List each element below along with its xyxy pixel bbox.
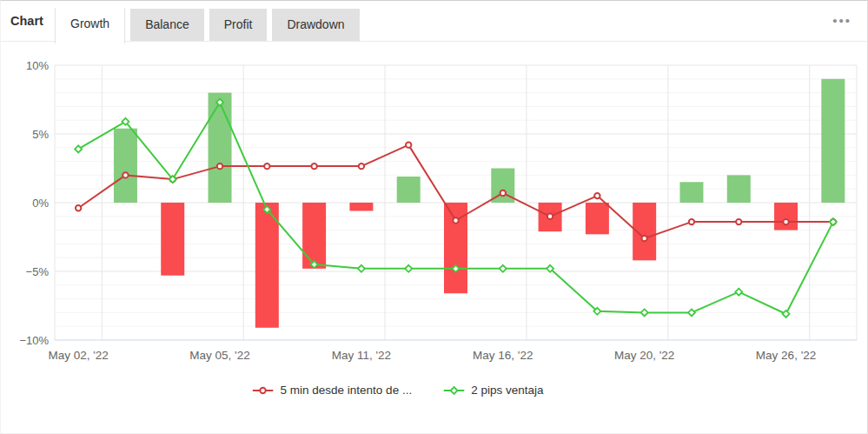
circle-marker — [500, 190, 506, 196]
bar — [821, 79, 845, 203]
y-tick-label: 0% — [32, 197, 49, 210]
circle-marker — [594, 193, 600, 198]
bar — [774, 203, 798, 230]
growth-chart: 10%5%0%−5%−10%May 02, '22May 05, '22May … — [1, 41, 868, 434]
bar — [209, 93, 232, 203]
tab-profit[interactable]: Profit — [209, 9, 268, 41]
tab-balance[interactable]: Balance — [130, 9, 204, 41]
y-axis-labels: 10%5%0%−5%−10% — [19, 59, 49, 347]
legend-item-red-line[interactable]: 5 min desde intento de ... — [253, 384, 413, 397]
circle-marker — [406, 142, 411, 147]
bar — [161, 203, 184, 276]
chart-legend: 5 min desde intento de ...2 pips ventaja — [253, 384, 544, 397]
bar — [255, 203, 279, 328]
bar — [302, 203, 326, 269]
chart-canvas: 10%5%0%−5%−10%May 02, '22May 05, '22May … — [1, 41, 868, 380]
bar — [727, 175, 751, 203]
legend-marker-circle-icon — [253, 386, 274, 395]
circle-marker — [264, 164, 269, 169]
section-label-chart: Chart — [10, 14, 43, 28]
x-tick-label: May 02, '22 — [48, 349, 108, 362]
circle-marker — [783, 219, 788, 224]
circle-marker — [311, 164, 316, 169]
bar — [397, 177, 421, 203]
diamond-marker — [783, 310, 790, 317]
diamond-marker — [641, 309, 648, 316]
circle-marker — [453, 217, 458, 223]
circle-marker — [736, 219, 741, 224]
legend-item-green-line[interactable]: 2 pips ventaja — [443, 384, 543, 397]
circle-marker — [217, 164, 222, 169]
circle-marker — [547, 214, 553, 219]
diamond-marker — [75, 145, 82, 152]
x-tick-label: May 26, '22 — [756, 349, 816, 362]
legend-label: 2 pips ventaja — [471, 384, 543, 397]
circle-marker — [689, 219, 694, 224]
circle-marker — [359, 164, 364, 169]
bar — [349, 203, 373, 210]
legend-label: 5 min desde intento de ... — [281, 384, 413, 397]
bar — [586, 203, 609, 234]
x-tick-label: May 20, '22 — [614, 349, 674, 362]
x-tick-label: May 11, '22 — [332, 349, 391, 362]
tab-drawdown[interactable]: Drawdown — [272, 9, 359, 41]
diamond-marker — [688, 309, 695, 316]
x-tick-label: May 16, '22 — [473, 349, 533, 362]
tab-growth[interactable]: Growth — [55, 8, 125, 43]
y-tick-label: 5% — [32, 128, 49, 141]
chart-tabbar: Chart GrowthBalanceProfitDrawdown ••• — [1, 1, 867, 42]
signal-chart-widget: Chart GrowthBalanceProfitDrawdown ••• 10… — [0, 0, 868, 434]
circle-marker — [76, 205, 81, 210]
y-tick-label: −5% — [26, 265, 50, 278]
bar-series — [114, 79, 845, 328]
chart-tabs: GrowthBalanceProfitDrawdown — [55, 1, 365, 43]
bar — [114, 129, 137, 203]
x-axis-labels: May 02, '22May 05, '22May 11, '22May 16,… — [48, 349, 816, 362]
circle-marker — [641, 236, 646, 241]
ellipsis-menu-button[interactable]: ••• — [827, 10, 857, 32]
y-tick-label: 10% — [26, 59, 49, 72]
diamond-marker — [735, 289, 742, 296]
legend-marker-diamond-icon — [443, 386, 464, 395]
bar — [679, 182, 703, 203]
x-tick-label: May 05, '22 — [189, 349, 249, 362]
ellipsis-icon: ••• — [832, 13, 851, 28]
y-tick-label: −10% — [19, 334, 49, 347]
circle-marker — [123, 172, 128, 177]
